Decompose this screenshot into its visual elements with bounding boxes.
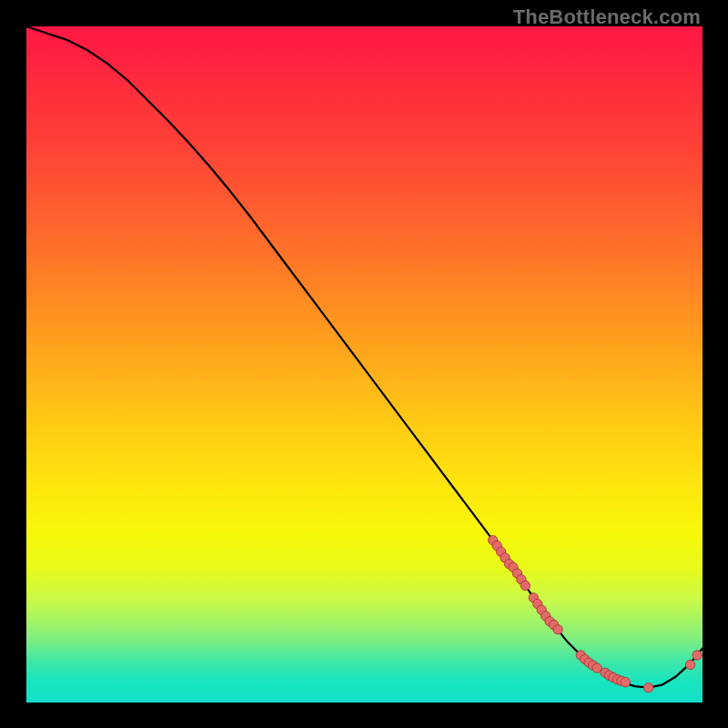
chart-overlay (26, 26, 703, 703)
plot-area (26, 26, 703, 703)
data-point (693, 651, 702, 660)
data-point (621, 678, 630, 687)
data-point (643, 682, 652, 692)
data-point (553, 625, 562, 634)
data-points (488, 535, 702, 692)
data-point (685, 660, 694, 669)
bottleneck-curve (26, 26, 703, 688)
chart-frame: TheBottleneck.com (0, 0, 728, 728)
data-point (521, 581, 530, 590)
